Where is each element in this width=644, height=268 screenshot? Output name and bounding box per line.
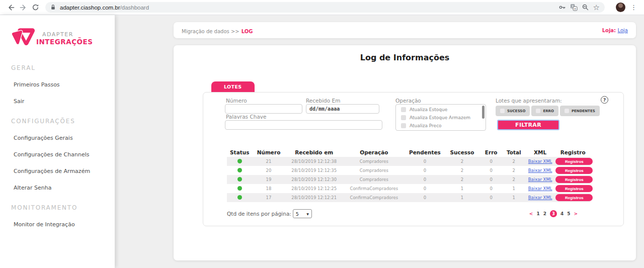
store-link[interactable]: Loja <box>618 28 628 33</box>
status-green-icon <box>237 177 242 182</box>
operacao-option[interactable]: Atualiza Estoque Armazem <box>396 113 486 121</box>
adapter-logo-icon <box>9 25 36 51</box>
operacao-option[interactable]: Atualiza Estoque <box>396 105 486 113</box>
sidebar-item-configuracoes-channels[interactable]: Configurações de Channels <box>14 151 115 158</box>
checkbox-atualiza-preco[interactable] <box>401 123 406 128</box>
translate-icon[interactable]: a <box>570 4 578 11</box>
items-per-page-label: Qtd de itens por página: <box>227 211 291 217</box>
status-green-icon <box>237 168 242 172</box>
lotes-apresentaram-label: Lotes que apresentaram: <box>496 98 562 104</box>
table-row: 19 28/10/2019 12:12:30 Compradores 0 2 0… <box>227 175 590 184</box>
pagination-prev[interactable]: < <box>529 211 533 216</box>
col-sucesso: Sucesso <box>445 149 479 155</box>
operacao-option[interactable]: Atualiza Preco <box>396 121 486 129</box>
status-toggles: SUCESSO ERRO PENDENTES <box>496 106 600 116</box>
items-per-page-select[interactable]: 5 ▼ <box>293 209 312 218</box>
baixar-xml-link[interactable]: Baixar XML <box>528 177 552 182</box>
col-status: Status <box>227 149 253 155</box>
checkbox-pendentes[interactable] <box>565 109 569 113</box>
registros-button[interactable]: Registros <box>555 158 593 165</box>
table-footer: Qtd de itens por página: 5 ▼ < 1 2 3 4 5… <box>227 208 578 219</box>
pagination-page-4[interactable]: 4 <box>560 211 564 216</box>
items-per-page: Qtd de itens por página: 5 ▼ <box>227 209 312 218</box>
checkbox-atualiza-estoque[interactable] <box>401 107 406 112</box>
section-title-geral: GERAL <box>11 64 115 71</box>
forward-icon[interactable] <box>17 2 29 14</box>
back-icon[interactable] <box>5 2 17 14</box>
operacao-listbox[interactable]: Atualiza Estoque Atualiza Estoque Armaze… <box>395 104 486 131</box>
url-bar[interactable]: adapter.ciashop.com.br/dashboard a ☆ <box>45 2 605 13</box>
baixar-xml-link[interactable]: Baixar XML <box>528 159 552 164</box>
baixar-xml-link[interactable]: Baixar XML <box>528 186 552 191</box>
store-selector: Loja: Loja <box>602 28 628 33</box>
numero-input[interactable] <box>225 104 302 114</box>
baixar-xml-link[interactable]: Baixar XML <box>528 168 552 173</box>
sidebar-item-primeiros-passos[interactable]: Primeiros Passos <box>14 81 115 88</box>
section-title-configuracoes: CONFIGURAÇÕES <box>11 118 115 125</box>
table-row: 18 28/10/2019 12:12:25 ConfirmaComprador… <box>227 184 590 193</box>
col-numero: Número <box>253 149 285 155</box>
chrome-menu-icon[interactable]: ⋮ <box>628 4 639 11</box>
checkbox-sucesso[interactable] <box>500 109 505 113</box>
sidebar-item-sair[interactable]: Sair <box>14 98 115 105</box>
pagination: < 1 2 3 4 5 > <box>529 210 578 217</box>
app-logo: ADAPTER INTEGRAÇÕES <box>9 25 115 51</box>
filtrar-button[interactable]: FILTRAR <box>497 120 559 130</box>
pagination-page-2[interactable]: 2 <box>543 211 546 216</box>
url-text: adapter.ciashop.com.br/dashboard <box>60 5 149 11</box>
recebido-label: Recebido Em <box>306 98 340 104</box>
pagination-next[interactable]: > <box>574 211 578 216</box>
lock-icon <box>50 4 56 11</box>
main-card: Log de Informações LOTES ? Número Recebi… <box>174 45 636 260</box>
palavras-chave-label: Palavras Chave <box>226 114 267 120</box>
col-erro: Erro <box>479 149 503 155</box>
status-green-icon <box>237 159 242 163</box>
sidebar: ADAPTER INTEGRAÇÕES GERAL Primeiros Pass… <box>0 15 115 268</box>
col-pendentes: Pendentes <box>405 149 445 155</box>
password-key-icon[interactable] <box>558 4 566 11</box>
sidebar-item-configuracoes-armazem[interactable]: Configurações de Armazém <box>14 168 115 174</box>
chevron-down-icon: ▼ <box>306 212 309 216</box>
baixar-xml-link[interactable]: Baixar XML <box>528 195 552 200</box>
tab-lotes[interactable]: LOTES <box>211 81 255 92</box>
breadcrumb-current: LOG <box>242 29 253 34</box>
checkbox-atualiza-estoque-armazem[interactable] <box>401 115 406 120</box>
zoom-out-icon[interactable] <box>582 4 589 11</box>
col-operacao: Operação <box>343 149 405 155</box>
col-total: Total <box>503 149 525 155</box>
registros-button[interactable]: Registros <box>555 167 593 174</box>
reload-icon[interactable] <box>29 2 41 14</box>
toggle-sucesso[interactable]: SUCESSO <box>496 106 530 116</box>
toggle-erro[interactable]: ERRO <box>531 106 558 116</box>
page-title: Log de Informações <box>174 53 636 62</box>
sidebar-item-configuracoes-gerais[interactable]: Configurações Gerais <box>14 135 115 141</box>
app-root: ADAPTER INTEGRAÇÕES GERAL Primeiros Pass… <box>0 15 644 268</box>
registros-button[interactable]: Registros <box>555 176 593 183</box>
status-green-icon <box>237 186 242 191</box>
scrollbar-thumb[interactable] <box>482 106 485 119</box>
table-header-row: Status Número Recebido em Operação Pende… <box>227 148 590 157</box>
palavras-chave-input[interactable] <box>225 120 382 130</box>
bookmark-star-icon[interactable]: ☆ <box>593 4 600 11</box>
pagination-page-5[interactable]: 5 <box>567 211 570 216</box>
sidebar-nav: GERAL Primeiros Passos Sair CONFIGURAÇÕE… <box>0 64 115 228</box>
registros-button[interactable]: Registros <box>555 194 593 201</box>
numero-label: Número <box>226 98 247 104</box>
toggle-pendentes[interactable]: PENDENTES <box>560 106 600 116</box>
pagination-page-1[interactable]: 1 <box>536 211 539 216</box>
col-recebido: Recebido em <box>285 149 344 155</box>
sidebar-item-monitor-integracao[interactable]: Monitor de Integração <box>14 221 115 228</box>
col-registro: Registro <box>555 149 590 155</box>
sidebar-item-alterar-senha[interactable]: Alterar Senha <box>14 185 115 191</box>
checkbox-erro[interactable] <box>536 109 540 113</box>
breadcrumb: Migração de dados >>LOG <box>182 26 253 35</box>
help-icon[interactable]: ? <box>601 96 608 104</box>
table-row: 21 28/10/2019 12:12:38 Compradores 0 2 0… <box>227 157 590 166</box>
filter-panel: ? Número Recebido Em Palavras Chave Oper… <box>203 92 624 226</box>
logo-line1: ADAPTER <box>42 31 93 38</box>
registros-button[interactable]: Registros <box>555 185 593 192</box>
status-green-icon <box>237 195 242 200</box>
recebido-date-input[interactable] <box>306 104 379 114</box>
profile-avatar[interactable] <box>616 3 625 12</box>
pagination-page-3-active[interactable]: 3 <box>550 210 557 217</box>
